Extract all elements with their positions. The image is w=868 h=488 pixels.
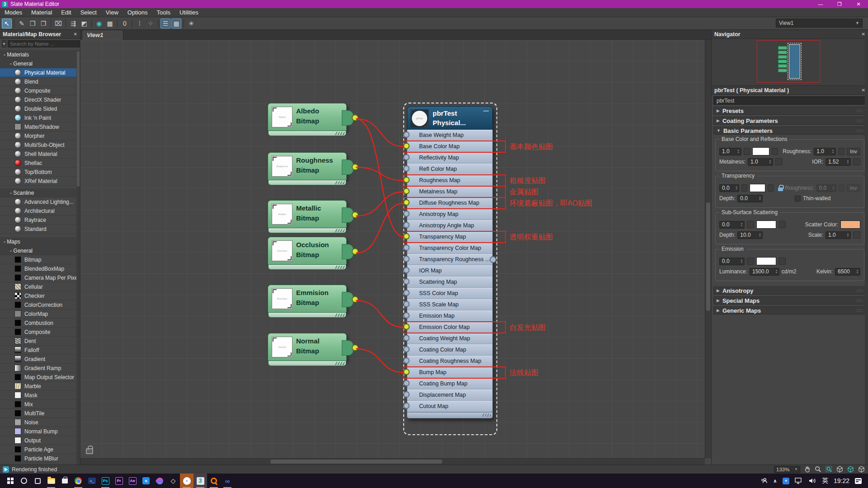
output-socket[interactable] bbox=[352, 164, 359, 170]
slot-emission-map[interactable]: Emission Map bbox=[407, 310, 492, 322]
scatter-color-swatch[interactable] bbox=[840, 221, 860, 229]
tree-item-particlemblur[interactable]: Particle MBlur bbox=[0, 454, 76, 463]
tree-item-gradientramp[interactable]: Gradient Ramp bbox=[0, 364, 76, 373]
powershell-button[interactable]: >_ bbox=[85, 474, 99, 488]
tree-item-architectural[interactable]: Architectural bbox=[0, 206, 76, 216]
socket[interactable] bbox=[403, 312, 410, 319]
tree-item-composite[interactable]: Composite bbox=[0, 328, 76, 337]
scattering-spinner[interactable]: 0.0▲▼ bbox=[719, 221, 745, 229]
ime-indicator[interactable]: 英 bbox=[822, 477, 828, 485]
thin-walled-checkbox[interactable] bbox=[795, 196, 801, 202]
tree-item-shellac[interactable]: Shellac bbox=[0, 159, 76, 168]
emission-map-button[interactable] bbox=[747, 258, 754, 265]
socket[interactable] bbox=[403, 256, 410, 262]
tab-view1[interactable]: View1 bbox=[82, 30, 123, 40]
roughness-map-button[interactable] bbox=[838, 148, 844, 155]
socket[interactable] bbox=[403, 131, 410, 138]
rollout-special-maps[interactable]: ▶Special Maps∷∷ bbox=[713, 296, 866, 305]
tree-item-doublesided[interactable]: Double Sided bbox=[0, 104, 76, 113]
slot-sss-scale-map[interactable]: SSS Scale Map bbox=[407, 299, 492, 310]
tree-item-colorcorrection[interactable]: ColorCorrection bbox=[0, 300, 76, 310]
after-effects-button[interactable]: Ae bbox=[126, 474, 139, 488]
slot-transparency-roughness-[interactable]: Transparency Roughness ... bbox=[407, 254, 492, 265]
show-shaded-material-icon[interactable]: ◉ bbox=[94, 19, 104, 28]
kelvin-spinner[interactable]: 6500▲▼ bbox=[835, 268, 860, 276]
tree-item-blend[interactable]: Blend bbox=[0, 77, 76, 86]
maximize-button[interactable]: ❐ bbox=[830, 0, 849, 8]
browser-scrollbar[interactable] bbox=[76, 50, 80, 465]
tree-item-topbottom[interactable]: Top/Bottom bbox=[0, 168, 76, 177]
output-socket[interactable] bbox=[352, 114, 359, 121]
show-background-icon[interactable]: ▩ bbox=[105, 19, 115, 28]
tim-tray-icon[interactable]: ✶ bbox=[783, 478, 789, 484]
emission-spinner[interactable]: 0.0▲▼ bbox=[719, 258, 745, 265]
slot-cutout-map[interactable]: Cutout Map bbox=[407, 401, 492, 412]
socket[interactable] bbox=[403, 301, 410, 307]
rollout-anisotropy[interactable]: ▶Anisotropy∷∷ bbox=[713, 286, 866, 295]
hide-unused-nodeslots-icon[interactable]: ◩ bbox=[79, 19, 89, 28]
sss-scale-map-button[interactable] bbox=[853, 231, 860, 239]
tree-item-advancedlighting[interactable]: Advanced Lighting... bbox=[0, 197, 76, 206]
socket[interactable] bbox=[403, 403, 410, 409]
base-color-map-button[interactable] bbox=[772, 148, 778, 155]
bitmap-node-emmision[interactable]: EmmisionEmmisionBitmap bbox=[268, 285, 347, 313]
slot-coating-color-map[interactable]: Coating Color Map bbox=[407, 344, 492, 356]
tree-item-xrefmaterial[interactable]: XRef Material bbox=[0, 177, 76, 186]
put-material-to-scene-icon[interactable]: ❒ bbox=[28, 19, 38, 28]
ior-map-button[interactable] bbox=[853, 158, 860, 165]
tree-item-mask[interactable]: Mask bbox=[0, 391, 76, 400]
base-weight-map-button[interactable] bbox=[744, 148, 750, 155]
search-input[interactable] bbox=[8, 40, 80, 47]
socket[interactable] bbox=[403, 154, 410, 160]
tree-item-cameramapperpixel[interactable]: Camera Map Per Pixel bbox=[0, 273, 76, 282]
action-center-button[interactable] bbox=[855, 478, 862, 484]
tree-item-physicalmaterial[interactable]: Physical Material bbox=[0, 68, 76, 77]
tree-item-particleage[interactable]: Particle Age bbox=[0, 445, 76, 454]
navigator-minimap[interactable] bbox=[712, 39, 868, 86]
base-color-swatch[interactable] bbox=[752, 147, 769, 155]
ior-spinner[interactable]: 1.52▲▼ bbox=[826, 158, 851, 166]
start-button[interactable] bbox=[4, 474, 17, 488]
emission-color-map-button[interactable] bbox=[778, 258, 786, 265]
zoom-level-dropdown[interactable]: 133% ▼ bbox=[774, 466, 800, 473]
canvas-vertical-scrollbar[interactable] bbox=[705, 40, 711, 458]
transparency-roughness-invert-button[interactable]: Inv bbox=[847, 184, 860, 192]
canvas-horizontal-scrollbar[interactable] bbox=[80, 458, 705, 465]
slot-anisotropy-map[interactable]: Anisotropy Map bbox=[407, 209, 492, 220]
socket[interactable] bbox=[403, 278, 410, 285]
transparency-map-button[interactable] bbox=[741, 184, 747, 192]
move-children-icon[interactable]: ⇶ bbox=[68, 19, 78, 28]
bitmap-node-albedo[interactable]: AlbedoAlbedoBitmap bbox=[268, 103, 347, 131]
tree-item-noise[interactable]: Noise bbox=[0, 418, 76, 427]
tree-group-general[interactable]: - General bbox=[0, 59, 76, 68]
bitmap-node-normal[interactable]: NormalNormalBitmap bbox=[268, 333, 347, 361]
socket[interactable] bbox=[403, 380, 410, 386]
menu-utilities[interactable]: Utilities bbox=[179, 9, 198, 16]
output-socket[interactable] bbox=[352, 344, 359, 351]
photoshop-button[interactable]: Ps bbox=[99, 474, 112, 488]
show-standard-maps-icon[interactable]: 0 bbox=[120, 19, 130, 28]
socket[interactable] bbox=[403, 290, 410, 296]
pan-tool-icon[interactable] bbox=[803, 465, 811, 474]
task-view-button[interactable] bbox=[31, 474, 44, 488]
tree-group-maps[interactable]: - Maps bbox=[0, 237, 76, 246]
output-socket[interactable] bbox=[352, 248, 359, 255]
sss-scale-spinner[interactable]: 1.0▲▼ bbox=[826, 231, 851, 239]
rollout-presets[interactable]: ▶Presets∷∷ bbox=[713, 107, 866, 115]
socket[interactable] bbox=[403, 391, 410, 398]
rollout-generic-maps[interactable]: ▶Generic Maps∷∷ bbox=[713, 306, 866, 314]
rollout-basic-parameters[interactable]: ▼ Basic Parameters ∷∷ bbox=[713, 127, 866, 135]
tree-item-mapoutputselector[interactable]: Map Output Selector bbox=[0, 373, 76, 382]
socket[interactable] bbox=[403, 165, 410, 172]
material-header[interactable]: pbrTest ( Physical Material ) ✕ bbox=[712, 86, 868, 95]
slot-base-weight-map[interactable]: Base Weight Map bbox=[407, 130, 492, 141]
output-socket[interactable] bbox=[352, 296, 359, 303]
tree-item-shellmaterial[interactable]: Shell Material bbox=[0, 150, 76, 159]
material-map-browser-toggle-icon[interactable]: ☰ bbox=[160, 19, 170, 28]
tree-item-multitile[interactable]: MultiTile bbox=[0, 409, 76, 418]
tree-item-output[interactable]: Output bbox=[0, 436, 76, 445]
tree-item-gradient[interactable]: Gradient bbox=[0, 355, 76, 364]
pbr-output-socket[interactable] bbox=[490, 256, 496, 263]
base-weight-spinner[interactable]: 1.0▲▼ bbox=[719, 148, 741, 155]
pan-to-selection-icon[interactable] bbox=[857, 465, 865, 474]
